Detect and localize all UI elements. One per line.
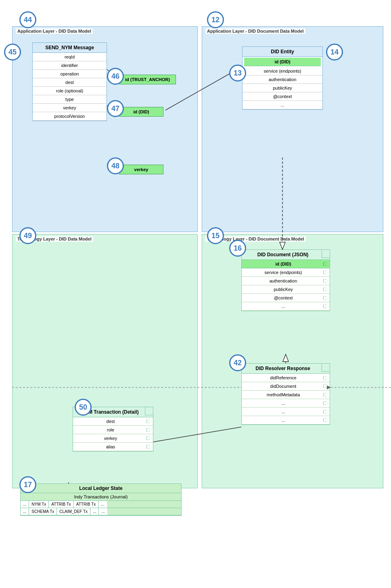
did-doc-dots: ...: [242, 302, 330, 311]
lc2-5: ...: [99, 508, 107, 515]
field-identifier: identifier: [33, 61, 107, 70]
badge-49: 49: [19, 227, 36, 244]
did-document-box: DID Document (JSON) id (DID) service (en…: [241, 249, 330, 311]
badge-44: 44: [19, 11, 36, 28]
badge-47: 47: [107, 100, 124, 117]
send-nym-title: SEND_NYM Message: [33, 43, 107, 53]
ledger-row-1: ... NYM Tx ATTRIB Tx ATTRIB Tx ...: [21, 501, 181, 508]
lc1-3: ATTRIB Tx: [49, 501, 74, 508]
did-entity-dots: ...: [243, 101, 322, 109]
send-nym-box: SEND_NYM Message reqId identifier operat…: [32, 42, 107, 121]
badge-46: 46: [107, 68, 124, 85]
did-doc-pubkey: publicKey: [242, 285, 330, 294]
did-resolver-doc: didDocument: [242, 382, 330, 391]
did-entity-service: service (endpoints): [243, 67, 322, 75]
verkey-field: verkey: [119, 165, 163, 174]
nym-tx-verkey: verkey: [73, 434, 153, 443]
app-left-label: Application Layer - DID Data Model: [16, 28, 93, 34]
lc2-4: ...: [90, 508, 99, 515]
nym-tx-alias: alias: [73, 443, 153, 451]
badge-45: 45: [4, 44, 21, 61]
field-reqid: reqId: [33, 53, 107, 61]
id-did-47-field: id (DID): [119, 107, 163, 117]
badge-15: 15: [207, 227, 224, 244]
did-doc-service: service (endpoints): [242, 268, 330, 277]
field-verkey: verkey: [33, 104, 107, 112]
badge-16: 16: [229, 240, 246, 257]
lc1-5: ...: [98, 501, 107, 508]
lc2-3: CLAIM_DEF Tx: [57, 508, 90, 515]
ledger-title: Local Ledger State: [21, 484, 181, 493]
app-right-label: Application Layer - DID Document Data Mo…: [205, 28, 305, 34]
did-entity-context: @context: [243, 92, 322, 101]
lc1-2: NYM Tx: [29, 501, 49, 508]
id-trust-anchor-field: id (TRUST_ANCHOR): [119, 75, 176, 84]
field-protocol-version: protocolVersion: [33, 112, 107, 121]
did-entity-id-field: id (DID): [244, 58, 321, 66]
badge-48: 48: [107, 157, 124, 174]
did-doc-context: @context: [242, 294, 330, 302]
lc1-4: ATTRIB Tx: [74, 501, 99, 508]
badge-17: 17: [19, 476, 36, 493]
did-resolver-ref: didReference: [242, 374, 330, 382]
local-ledger-box: Local Ledger State Indy Transactions (Jo…: [20, 483, 182, 516]
ledger-row-2: ... SCHEMA Tx CLAIM_DEF Tx ... ...: [21, 508, 181, 515]
field-type: type: [33, 95, 107, 104]
nym-tx-role: role: [73, 426, 153, 434]
lc1-1: ...: [21, 501, 29, 508]
badge-42: 42: [229, 354, 246, 371]
lc2-1: ...: [21, 508, 29, 515]
ledger-sub: Indy Transactions (Journal): [21, 493, 181, 501]
field-role-optional: role (optional): [33, 87, 107, 95]
badge-12: 12: [207, 11, 224, 28]
did-resolver-d2: ...: [242, 408, 330, 416]
field-operation: operation: [33, 70, 107, 78]
did-entity-title: DID Entity: [243, 47, 322, 57]
did-resolver-d1: ...: [242, 399, 330, 408]
nym-tx-dest: dest: [73, 417, 153, 426]
badge-50: 50: [75, 399, 92, 416]
did-resolver-box: DID Resolver Response didReference didDo…: [241, 363, 330, 425]
did-entity-box: DID Entity id (DID) service (endpoints) …: [242, 46, 323, 110]
did-entity-auth: authentication: [243, 75, 322, 84]
field-dest: dest: [33, 78, 107, 87]
badge-13: 13: [229, 65, 246, 82]
did-doc-auth: authentication: [242, 277, 330, 285]
lc2-2: SCHEMA Tx: [29, 508, 57, 515]
did-doc-title: DID Document (JSON): [242, 250, 330, 260]
did-resolver-title: DID Resolver Response: [242, 364, 330, 374]
did-entity-pubkey: publicKey: [243, 84, 322, 92]
did-resolver-d3: ...: [242, 416, 330, 425]
did-resolver-meta: methodMetadata: [242, 391, 330, 399]
did-doc-id: id (DID): [242, 260, 330, 268]
badge-14: 14: [326, 44, 343, 61]
